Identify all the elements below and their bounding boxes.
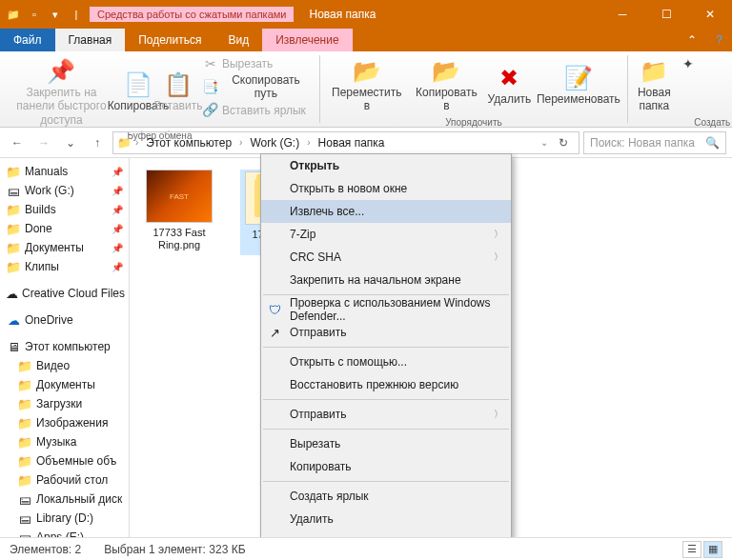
pin-icon: 📌 [112,186,123,196]
tree-item[interactable]: 📁Музыка [0,432,129,451]
menu-separator [263,429,509,430]
recent-dropdown-icon[interactable]: ⌄ [59,131,82,154]
group-label: Создать [634,115,732,130]
paste-button[interactable]: 📋Вставить [159,55,197,129]
tab-view[interactable]: Вид [214,29,262,51]
help-button[interactable]: ? [706,29,732,51]
menu-item[interactable]: Создать ярлык [261,485,511,508]
tab-file[interactable]: Файл [0,29,55,51]
menu-item[interactable]: 7-Zip〉 [261,223,511,246]
tree-onedrive[interactable]: ☁OneDrive [0,310,129,330]
menu-item[interactable]: Извлечь все... [261,200,511,223]
tree-item[interactable]: 📁Видео [0,356,129,375]
folder-icon: 📁 [17,453,32,469]
crumb[interactable]: Новая папка [315,136,389,150]
tree-item[interactable]: 🖴Локальный диск [0,490,129,509]
newitem-button[interactable]: ✦ [677,55,732,72]
tree-item[interactable]: 🖴Work (G:)📌 [0,181,129,200]
delete-button[interactable]: ✖Удалить [485,55,534,115]
minimize-button[interactable]: ─ [600,0,644,29]
folder-icon: 📁 [17,415,32,430]
chevron-right-icon[interactable]: › [307,137,310,148]
refresh-button[interactable]: ↻ [552,131,575,154]
forward-button[interactable]: → [32,131,55,154]
search-input[interactable]: Поиск: Новая папка 🔍 [583,131,726,154]
tree-cc[interactable]: ☁Creative Cloud Files [0,284,129,303]
copy-button[interactable]: 📄Копировать [119,55,157,129]
menu-item[interactable]: Вырезать [261,432,511,455]
divider-icon: | [69,7,84,22]
menu-item[interactable]: Копировать [261,455,511,478]
icons-view-button[interactable]: ▦ [703,541,722,558]
group-label: Упорядочить [326,115,621,130]
chevron-right-icon: 〉 [494,408,503,421]
move-button[interactable]: 📂Переместить в [326,55,408,115]
tree-item[interactable]: 📁Рабочий стол [0,470,129,490]
folder-icon: 📁 [6,164,21,179]
nav-tree[interactable]: 📁Manuals📌🖴Work (G:)📌📁Builds📌📁Done📌📁Докум… [0,158,130,537]
menu-item[interactable]: 🛡Проверка с использованием Windows Defen… [261,298,511,321]
chevron-right-icon[interactable]: › [135,137,138,148]
crumb[interactable]: Work (G:) [246,136,303,150]
menu-item[interactable]: Отправить〉 [261,403,511,426]
pin-icon: 📌 [47,57,75,86]
rename-icon: 📝 [564,64,593,92]
tree-item[interactable]: 📁Документы📌 [0,238,129,257]
moveto-icon: 📂 [353,57,381,86]
chevron-down-icon[interactable]: ⌄ [540,137,548,148]
tab-extract[interactable]: Извлечение [262,30,352,50]
pin-quickaccess-button[interactable]: 📌Закрепить на панели быстрого доступа [6,55,117,129]
tree-item[interactable]: 📁Done📌 [0,219,129,238]
tree-item[interactable]: 🖴Library (D:) [0,509,129,528]
tree-item[interactable]: 📁Builds📌 [0,200,129,219]
back-button[interactable]: ← [6,131,29,154]
menu-separator [263,399,509,400]
crumb[interactable]: Этот компьютер [142,136,235,150]
pin-icon: 📌 [112,243,123,253]
menu-item[interactable]: Восстановить прежнюю версию [261,373,511,396]
menu-item[interactable]: Открыть с помощью... [261,350,511,373]
newfolder-button[interactable]: 📁Новая папка [634,55,675,115]
tree-item[interactable]: 📁Объемные объ [0,451,129,470]
close-button[interactable]: ✕ [688,0,732,29]
address-bar[interactable]: 📁 › Этот компьютер › Work (G:) › Новая п… [112,131,580,154]
tree-item[interactable]: 📁Документы [0,375,129,394]
tab-main[interactable]: Главная [55,29,126,51]
menu-item[interactable]: Удалить [261,508,511,530]
menu-item[interactable]: ↗Отправить [261,321,511,344]
tab-share[interactable]: Поделиться [125,29,214,51]
compressed-tools-label: Средства работы со сжатыми папками [90,7,294,22]
item-name: 17733 Fast Ring.png [141,227,217,251]
window-title: Новая папка [297,8,387,21]
pc-icon: 🖥 [6,339,21,354]
rename-button[interactable]: 📝Переименовать [536,55,621,115]
tree-item[interactable]: 🖴Apps (E:) [0,528,129,537]
pin-icon: 📌 [112,205,123,215]
menu-item[interactable]: Закрепить на начальном экране [261,269,511,291]
chevron-right-icon[interactable]: › [239,137,242,148]
pasteshortcut-button[interactable]: 🔗Вставить ярлык [199,102,314,119]
up-button[interactable]: ↑ [86,131,109,154]
cut-button[interactable]: ✂Вырезать [199,55,314,72]
list-item[interactable]: FAST 17733 Fast Ring.png [141,170,217,251]
sparkle-icon: ✦ [681,56,696,71]
menu-item[interactable]: CRC SHA〉 [261,246,511,269]
maximize-button[interactable]: ☐ [644,0,688,29]
delete-icon: ✖ [495,64,523,92]
tree-item[interactable]: 📁Загрузки [0,394,129,413]
folder-icon: 📁 [6,7,21,22]
ribbon-expand-button[interactable]: ⌃ [678,29,706,51]
copypath-button[interactable]: 📑Скопировать путь [199,72,314,102]
tree-item[interactable]: 📁Manuals📌 [0,162,129,181]
menu-separator [263,294,509,295]
menu-item[interactable]: Открыть в новом окне [261,177,511,200]
details-view-button[interactable]: ☰ [682,541,702,558]
titlebar: 📁 ▫ ▾ | Средства работы со сжатыми папка… [0,0,732,29]
chevron-right-icon: 〉 [494,250,503,264]
copyto-button[interactable]: 📂Копировать в [410,55,483,115]
tree-item[interactable]: 📁Клипы📌 [0,257,129,276]
tree-thispc[interactable]: 🖥Этот компьютер [0,337,129,356]
tree-item[interactable]: 📁Изображения [0,413,129,432]
menu-item[interactable]: Открыть [261,154,511,177]
qat-dropdown-icon[interactable]: ▾ [48,7,63,22]
